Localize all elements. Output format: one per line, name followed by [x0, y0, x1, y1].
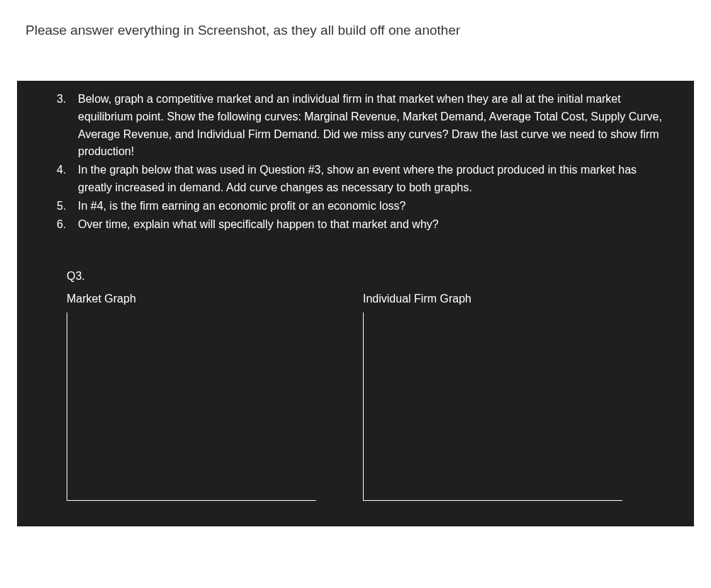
question-number: 6. [57, 216, 78, 234]
question-text: In #4, is the firm earning an economic p… [78, 198, 668, 215]
question-number: 3. [57, 91, 78, 161]
question-6: 6. Over time, explain what will specific… [57, 216, 668, 234]
market-graph-title: Market Graph [67, 293, 316, 305]
screenshot-panel: 3. Below, graph a competitive market and… [17, 81, 694, 526]
firm-graph-axes [363, 312, 622, 501]
question-number: 5. [57, 198, 78, 215]
question-3: 3. Below, graph a competitive market and… [57, 91, 668, 161]
market-graph-axes [67, 312, 316, 501]
question-list: 3. Below, graph a competitive market and… [57, 91, 668, 233]
question-text: Below, graph a competitive market and an… [78, 91, 668, 161]
question-number: 4. [57, 162, 78, 197]
firm-graph-column: Individual Firm Graph [363, 293, 622, 501]
market-graph-column: Market Graph [67, 293, 316, 501]
graphs-row: Market Graph Individual Firm Graph [67, 293, 668, 501]
question-5: 5. In #4, is the firm earning an economi… [57, 198, 668, 215]
question-text: In the graph below that was used in Ques… [78, 162, 668, 197]
firm-graph-title: Individual Firm Graph [363, 293, 622, 305]
section-label-q3: Q3. [67, 270, 668, 283]
question-4: 4. In the graph below that was used in Q… [57, 162, 668, 197]
question-text: Over time, explain what will specificall… [78, 216, 668, 234]
page-instruction: Please answer everything in Screenshot, … [0, 0, 711, 52]
